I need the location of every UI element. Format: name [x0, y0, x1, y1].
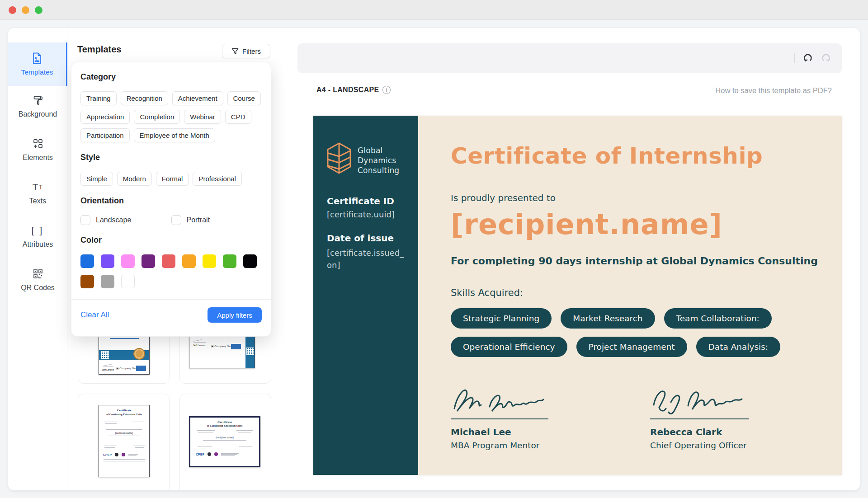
sidebar-item-label: Templates [21, 68, 53, 76]
color-swatch[interactable] [101, 254, 114, 268]
skill-pill: Market Research [561, 308, 655, 329]
skill-pill: Operational Efficiency [451, 337, 567, 357]
text-icon: TT [33, 181, 43, 193]
color-swatch[interactable] [182, 254, 196, 268]
sidebar-item-label: Attributes [23, 240, 53, 249]
sidebar-item-label: QR Codes [21, 284, 55, 292]
skill-pill: Strategic Planning [451, 308, 552, 329]
signer-role: MBA Program Mentor [451, 441, 550, 450]
sidebar-item-templates[interactable]: Templates [8, 42, 67, 86]
category-chip[interactable]: Employee of the Month [134, 128, 215, 142]
sidebar: Templates Background [8, 28, 67, 490]
category-chip[interactable]: Recognition [121, 91, 168, 105]
window-titlebar [0, 0, 868, 20]
category-chip[interactable]: Achievement [172, 91, 223, 105]
save-pdf-help-link[interactable]: How to save this template as PDF? [715, 86, 832, 95]
date-of-issue-value: [certificate.issued_on] [327, 247, 406, 271]
skill-pill: Data Analysis: [696, 337, 781, 357]
color-swatch[interactable] [80, 275, 94, 288]
category-chip[interactable]: Completion [134, 110, 180, 124]
category-chips: Training Recognition Achievement Course … [80, 91, 267, 142]
certificate-preview[interactable]: Global Dynamics Consulting Certificate I… [313, 116, 842, 475]
certificate-title: Certificate of Internship [451, 143, 824, 169]
filter-section-category: Category [80, 72, 262, 82]
color-swatch[interactable] [142, 254, 155, 268]
filters-button[interactable]: Filters [222, 44, 270, 58]
style-chip[interactable]: Formal [156, 172, 189, 186]
signer-name: Rebecca Clark [650, 427, 750, 437]
certificate-body: Certificate of Internship Is proudly pre… [418, 116, 842, 475]
category-chip[interactable]: Training [80, 91, 117, 105]
style-chip[interactable]: Professional [193, 172, 242, 186]
category-chip[interactable]: Appreciation [80, 110, 130, 124]
filter-section-orientation: Orientation [80, 196, 262, 206]
sidebar-item-attributes[interactable]: [ ] Attributes [8, 225, 67, 249]
category-chip[interactable]: Course [227, 91, 261, 105]
sidebar-item-background[interactable]: Background [8, 94, 67, 118]
file-image-icon [32, 52, 42, 64]
filter-section-style: Style [80, 153, 262, 162]
skills-pills: Strategic Planning Market Research Team … [451, 308, 803, 357]
color-swatch[interactable] [243, 254, 257, 268]
color-swatch[interactable] [121, 275, 135, 288]
funnel-icon [231, 48, 239, 55]
page-size-label: A4 - LANDSCAPE i [316, 86, 391, 94]
redo-icon[interactable] [821, 53, 831, 63]
thumb-seal-icon [133, 348, 145, 360]
color-swatch[interactable] [203, 254, 216, 268]
sidebar-item-label: Background [19, 110, 57, 118]
thumb-badge-icon [122, 453, 125, 456]
close-button[interactable] [9, 6, 16, 14]
certificate-side-panel: Global Dynamics Consulting Certificate I… [313, 116, 418, 475]
maximize-button[interactable] [35, 6, 42, 14]
color-swatch[interactable] [223, 254, 236, 268]
minimize-button[interactable] [22, 6, 29, 14]
color-swatch[interactable] [162, 254, 175, 268]
portrait-checkbox[interactable] [171, 215, 181, 225]
skills-label: Skills Acquired: [451, 287, 824, 298]
color-swatch[interactable] [121, 254, 135, 268]
landscape-checkbox[interactable] [80, 215, 90, 225]
thumb-qr-icon [101, 351, 109, 359]
thumb-badge-icon [208, 452, 211, 456]
template-thumbnail: Certificate of Continuing Education Unit… [189, 416, 260, 467]
category-chip[interactable]: Participation [80, 128, 130, 142]
skill-pill: Team Collaboration: [664, 308, 772, 329]
undo-icon[interactable] [803, 53, 813, 63]
brand-leaf-icon [327, 142, 351, 176]
thumb-qr-icon [246, 348, 254, 355]
skill-pill: Project Management [576, 337, 687, 357]
style-chip[interactable]: Modern [117, 172, 152, 186]
style-chips: Simple Modern Formal Professional [80, 172, 267, 186]
signature-script [650, 412, 745, 420]
signature-block: Rebecca Clark Chief Operating Officer [650, 382, 750, 450]
thumb-badge-icon [214, 452, 218, 456]
style-chip[interactable]: Simple [80, 172, 113, 186]
presented-to-text: Is proudly presented to [451, 193, 824, 203]
color-swatches [80, 254, 262, 288]
category-chip[interactable]: CPD [225, 110, 251, 124]
brackets-icon: [ ] [32, 225, 44, 236]
filter-section-color: Color [80, 235, 262, 245]
apply-filters-button[interactable]: Apply filters [208, 307, 262, 323]
sidebar-item-label: Elements [23, 154, 53, 162]
clear-all-link[interactable]: Clear All [80, 310, 109, 319]
color-swatch[interactable] [101, 275, 114, 288]
color-swatch[interactable] [80, 254, 94, 268]
category-chip[interactable]: Webinar [184, 110, 221, 124]
template-card[interactable]: Certificate of Continuing Education Unit… [78, 394, 170, 490]
sidebar-item-qr-codes[interactable]: QR Codes [8, 268, 67, 292]
sidebar-item-texts[interactable]: TT Texts [8, 181, 67, 205]
grid-plus-icon [33, 138, 43, 150]
certificate-id-label: Certificate ID [327, 196, 406, 207]
info-icon[interactable]: i [382, 86, 391, 94]
orientation-landscape[interactable]: Landscape [80, 215, 171, 225]
thumb-logo [136, 366, 146, 371]
sidebar-item-elements[interactable]: Elements [8, 138, 67, 162]
brand-name: Global Dynamics Consulting [358, 142, 399, 175]
certificate-id-value: [certificate.uuid] [327, 210, 406, 219]
panel-title: Templates [77, 44, 121, 55]
orientation-portrait[interactable]: Portrait [171, 215, 262, 225]
recipient-name: [recipient.name] [451, 208, 824, 241]
template-card[interactable]: Certificate of Continuing Education Unit… [179, 394, 271, 490]
